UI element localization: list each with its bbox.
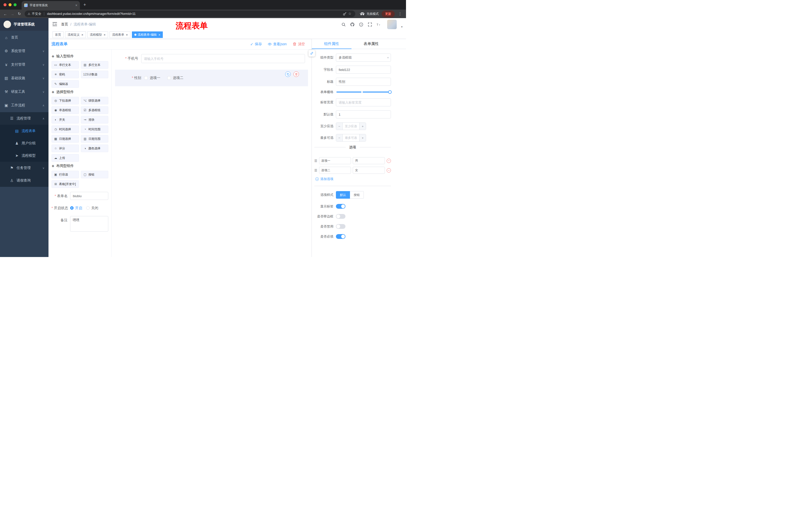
help-icon[interactable]: ? [359, 22, 364, 27]
sidebar-item-process-form[interactable]: ▤流程表单 [0, 125, 49, 137]
sidebar-item-workflow[interactable]: ▣工作流程∧ [0, 99, 49, 112]
tag-0[interactable]: 首页 [53, 31, 63, 38]
clear-button[interactable]: 清空 [293, 42, 305, 47]
palette-item[interactable]: ◎下拉选择 [52, 97, 79, 104]
status-radio-0[interactable]: 开启 [70, 204, 82, 212]
palette-item[interactable]: ☆评分 [52, 144, 79, 152]
palette-item[interactable]: 123计数器 [81, 71, 108, 78]
drag-handle-icon[interactable]: ☰ [314, 168, 317, 172]
palette-item[interactable]: ▭单行文本 [52, 61, 79, 69]
tag-4[interactable]: 流程表单-编辑× [132, 31, 163, 38]
tab-component-props[interactable]: 组件属性 [312, 39, 351, 49]
search-icon[interactable] [341, 22, 346, 27]
component-type-value[interactable] [336, 54, 391, 62]
title-input[interactable] [336, 78, 391, 86]
remove-option-icon[interactable]: − [387, 159, 391, 163]
close-icon[interactable]: × [158, 33, 161, 36]
palette-item[interactable]: ☁上传 [52, 154, 79, 162]
avatar[interactable] [387, 20, 397, 29]
browser-menu-icon[interactable]: ⋮ [398, 11, 402, 16]
option-label-input[interactable] [319, 157, 351, 164]
palette-item[interactable]: ▥日期范围 [81, 135, 108, 142]
plus-icon[interactable]: + [359, 134, 366, 141]
max-select-input[interactable] [343, 134, 359, 141]
save-button[interactable]: ✓ 保存 [250, 42, 262, 47]
toggle-with-border[interactable] [336, 214, 345, 219]
sidebar-item-task-management[interactable]: ⚑任务管理∨ [0, 162, 49, 174]
palette-item[interactable]: ⊸滑块 [81, 116, 108, 124]
link-button[interactable] [309, 50, 315, 57]
palette-item[interactable]: ▣行容器 [52, 171, 79, 178]
font-size-icon[interactable]: TT [376, 22, 381, 27]
tag-3[interactable]: 流程表单× [110, 31, 130, 38]
add-option-button[interactable]: + 添加选项 [315, 177, 391, 181]
sidebar-item-process-management[interactable]: ☰流程管理∧ [0, 112, 49, 125]
grid-slider[interactable] [337, 91, 390, 92]
close-window-button[interactable] [3, 3, 6, 6]
palette-item[interactable]: ◷时间选择 [52, 126, 79, 133]
palette-item[interactable]: ⊞表格[开发中] [52, 180, 79, 188]
form-remark-textarea[interactable]: 嘿嘿 [70, 216, 108, 232]
plus-icon[interactable]: + [359, 123, 366, 130]
option-value-input[interactable] [353, 167, 385, 174]
fullscreen-icon[interactable] [368, 22, 373, 27]
bookmark-star-icon[interactable]: ☆ [348, 12, 352, 16]
breadcrumb-home[interactable]: 首页 [61, 22, 68, 27]
component-type-select[interactable]: ▾ [336, 54, 391, 62]
option-value-input[interactable] [353, 157, 385, 164]
sidebar-item-payment-management[interactable]: ¥支付管理∨ [0, 58, 49, 72]
sidebar-item-system-management[interactable]: ⚙系统管理∨ [0, 44, 49, 58]
tab-form-props[interactable]: 表单属性 [351, 39, 391, 49]
chevron-down-icon[interactable]: ▾ [401, 25, 403, 28]
tag-1[interactable]: 流程定义× [65, 31, 86, 38]
palette-item[interactable]: ▦日期选择 [52, 135, 79, 142]
copy-field-button[interactable] [285, 72, 291, 77]
gender-checkbox-0[interactable]: 选项一 [144, 76, 160, 80]
palette-item[interactable]: ◑颜色选择 [81, 144, 108, 152]
minus-icon[interactable]: − [336, 134, 343, 141]
minus-icon[interactable]: − [336, 123, 343, 130]
forward-icon[interactable]: → [9, 10, 16, 17]
field-name-input[interactable] [336, 65, 391, 74]
palette-item[interactable]: ◔时间范围 [81, 126, 108, 133]
option-style-button-0[interactable]: 默认 [336, 191, 350, 199]
default-value-input[interactable] [336, 110, 391, 118]
delete-field-button[interactable] [293, 72, 299, 77]
close-icon[interactable]: × [104, 33, 106, 36]
back-icon[interactable]: ← [2, 10, 8, 17]
address-bar[interactable]: ⚠ 不安全 dashboard.yudao.iocoder.cn/bpm/man… [25, 10, 355, 17]
github-icon[interactable] [350, 22, 355, 27]
minimize-window-button[interactable] [8, 3, 11, 6]
palette-item[interactable]: ▢按钮 [81, 171, 108, 178]
browser-tab[interactable]: 芋道管理系统 × [22, 1, 80, 9]
palette-item[interactable]: ◉单选框组 [52, 106, 79, 114]
label-width-input[interactable] [336, 98, 391, 106]
palette-item[interactable]: ⌥级联选择 [81, 97, 108, 104]
sidebar-item-home[interactable]: ⌂首页 [0, 31, 49, 44]
new-tab-button[interactable]: + [83, 2, 86, 7]
reload-icon[interactable]: ↻ [16, 10, 23, 17]
close-icon[interactable]: × [126, 33, 128, 36]
tag-2[interactable]: 流程模型× [87, 31, 108, 38]
toggle-required[interactable] [336, 234, 345, 239]
option-label-input[interactable] [319, 167, 351, 174]
status-radio-1[interactable]: 关闭 [86, 204, 98, 212]
toggle-disabled[interactable] [336, 224, 345, 229]
palette-item[interactable]: ☑多选框组 [81, 106, 108, 114]
sidebar-item-user-group[interactable]: ♟用户分组 [0, 137, 49, 150]
palette-item[interactable]: ▤多行文本 [81, 61, 108, 69]
sidebar-item-process-model[interactable]: ➤流程模型 [0, 150, 49, 162]
gender-field-row-selected[interactable]: 性别 选项一选项二 [115, 70, 308, 86]
hamburger-icon[interactable] [52, 22, 58, 27]
sidebar-item-infrastructure[interactable]: ▥基础设施∨ [0, 72, 49, 85]
close-tab-icon[interactable]: × [76, 3, 77, 7]
phone-field-row[interactable]: 手机号 [115, 54, 308, 63]
palette-item[interactable]: ✎编辑器 [52, 80, 79, 88]
palette-item[interactable]: ◐开关 [52, 116, 79, 124]
form-name-input[interactable] [70, 192, 108, 200]
drag-handle-icon[interactable]: ☰ [314, 159, 317, 163]
slider-handle[interactable] [388, 90, 392, 94]
password-key-icon[interactable] [343, 12, 347, 16]
maximize-window-button[interactable] [13, 3, 17, 6]
option-style-button-1[interactable]: 按钮 [350, 191, 364, 199]
